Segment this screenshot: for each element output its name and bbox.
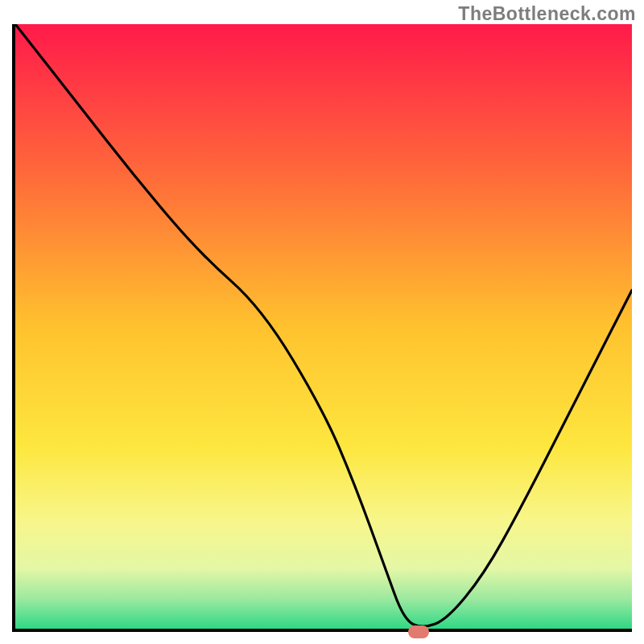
watermark-text: TheBottleneck.com [458,3,636,25]
gradient-background [15,24,632,629]
optimal-marker [408,625,429,638]
chart-plot-area [12,24,632,632]
bottleneck-chart-svg [15,24,632,629]
